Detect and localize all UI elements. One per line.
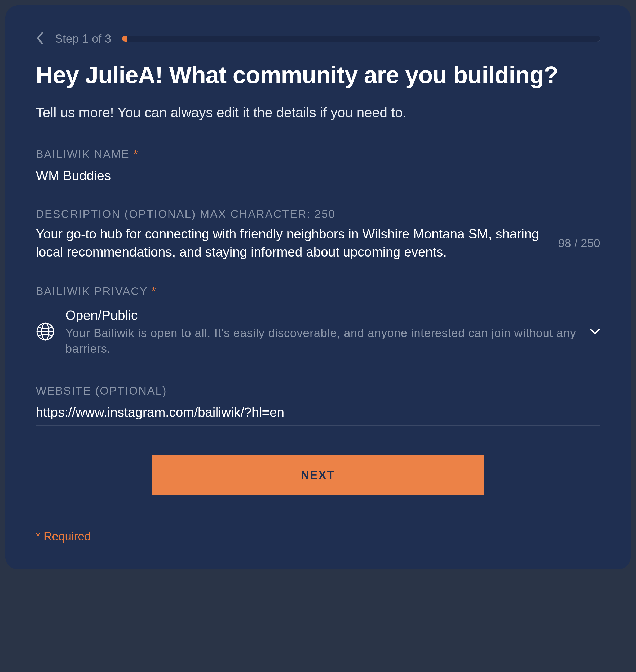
website-label: WEBSITE (OPTIONAL)	[36, 384, 600, 397]
next-button[interactable]: NEXT	[152, 455, 484, 495]
privacy-selected-title: Open/Public	[65, 308, 579, 323]
progress-bar	[122, 36, 600, 42]
description-row: Your go-to hub for connecting with frien…	[36, 225, 600, 266]
website-input[interactable]	[36, 402, 600, 426]
required-star: *	[152, 285, 157, 297]
privacy-content: Open/Public Your Bailiwik is open to all…	[65, 308, 579, 357]
required-star: *	[134, 148, 139, 160]
description-input[interactable]: Your go-to hub for connecting with frien…	[36, 225, 548, 261]
form-group-name: BAILIWIK NAME *	[36, 148, 600, 189]
required-note: * Required	[36, 530, 600, 543]
back-button[interactable]	[36, 32, 44, 45]
name-label: BAILIWIK NAME *	[36, 148, 600, 161]
privacy-selector[interactable]: Open/Public Your Bailiwik is open to all…	[36, 302, 600, 366]
chevron-down-icon	[590, 328, 600, 336]
char-counter: 98 / 250	[558, 237, 600, 250]
progress-fill	[122, 36, 127, 42]
name-input[interactable]	[36, 165, 600, 189]
step-label: Step 1 of 3	[55, 32, 111, 45]
form-group-website: WEBSITE (OPTIONAL)	[36, 384, 600, 426]
description-label: DESCRIPTION (OPTIONAL) MAX CHARACTER: 25…	[36, 208, 600, 220]
form-group-description: DESCRIPTION (OPTIONAL) MAX CHARACTER: 25…	[36, 208, 600, 266]
globe-icon	[36, 322, 55, 342]
chevron-left-icon	[36, 41, 44, 45]
wizard-card: Step 1 of 3 Hey JulieA! What community a…	[5, 5, 631, 570]
form-group-privacy: BAILIWIK PRIVACY * Open/Public Your Bail…	[36, 285, 600, 366]
page-subtitle: Tell us more! You can always edit it the…	[36, 104, 600, 122]
privacy-selected-desc: Your Bailiwik is open to all. It's easil…	[65, 325, 579, 357]
top-bar: Step 1 of 3	[36, 32, 600, 45]
page-title: Hey JulieA! What community are you build…	[36, 61, 600, 89]
privacy-label: BAILIWIK PRIVACY *	[36, 285, 600, 298]
